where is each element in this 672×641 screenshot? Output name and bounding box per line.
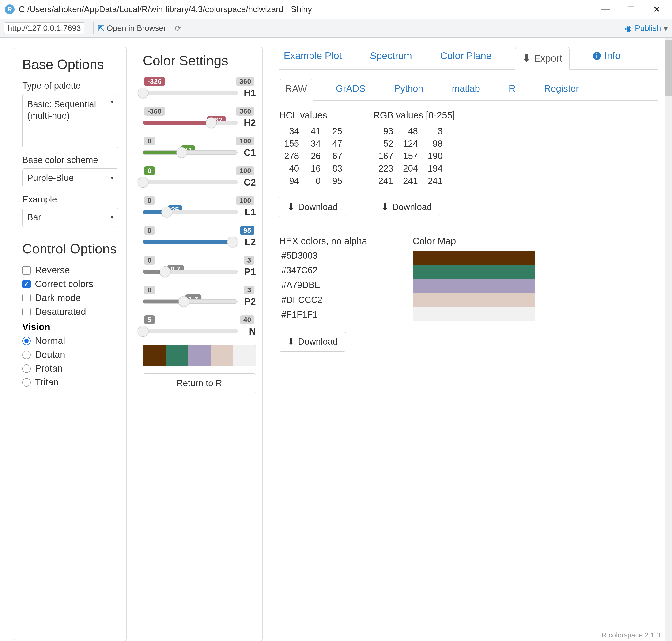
dark-mode-label: Dark mode: [35, 292, 81, 303]
vision-normal-radio[interactable]: [22, 337, 31, 345]
chevron-down-icon: ▾: [111, 214, 113, 220]
base-scheme-select[interactable]: Purple-Blue ▾: [22, 168, 118, 188]
vision-heading: Vision: [22, 322, 118, 332]
slider-thumb[interactable]: [161, 207, 172, 218]
slider-n: 540N: [143, 315, 256, 337]
download-hcl-button[interactable]: ⬇︎Download: [279, 197, 346, 217]
subtab-matlab[interactable]: matlab: [446, 79, 486, 98]
rgb-table: 934835212498167157190223204194241241241: [373, 125, 448, 188]
palette-swatch: [188, 345, 211, 366]
colormap-swatch: [413, 279, 535, 293]
subtab-raw[interactable]: RAW: [279, 79, 313, 101]
cell: 223: [374, 163, 398, 175]
browser-toolbar: http://127.0.0.1:7693 ⇱ Open in Browser …: [0, 19, 672, 38]
slider-track[interactable]: [143, 210, 238, 214]
palette-type-select[interactable]: Basic: Sequential (multi-hue) ▾: [22, 94, 118, 148]
slider-track[interactable]: [143, 329, 238, 333]
url-box[interactable]: http://127.0.0.1:7693: [4, 22, 84, 34]
vision-tritan-radio[interactable]: [22, 378, 31, 387]
slider-track[interactable]: [143, 91, 238, 95]
tab-export[interactable]: ⬇︎Export: [515, 47, 570, 70]
colormap-swatch: [413, 265, 535, 279]
download-icon: ⬇︎: [381, 202, 389, 212]
cell: 93: [374, 125, 398, 137]
cell: 40: [280, 163, 304, 175]
color-map: [413, 250, 535, 321]
cell: 67: [326, 150, 347, 162]
slider-track[interactable]: [143, 150, 238, 155]
vision-protan-radio[interactable]: [22, 364, 31, 373]
reverse-checkbox[interactable]: [22, 266, 31, 274]
slider-min: 0: [144, 286, 155, 295]
cell: 41: [304, 125, 325, 137]
slider-max: 360: [236, 107, 254, 116]
cell: 194: [423, 163, 447, 175]
palette-preview: [143, 345, 256, 366]
slider-l2: 095L2: [143, 226, 256, 247]
publish-caret-icon[interactable]: ▾: [664, 24, 668, 33]
slider-thumb[interactable]: [176, 147, 187, 158]
download-icon: ⬇︎: [287, 202, 295, 212]
slider-label: C2: [242, 177, 256, 188]
slider-label: L1: [242, 207, 256, 218]
tab-info[interactable]: iInfo: [588, 47, 625, 65]
hex-value: #DFCCC2: [281, 295, 387, 305]
subtab-register[interactable]: Register: [538, 79, 585, 98]
slider-thumb[interactable]: [160, 266, 170, 277]
publish-button[interactable]: Publish: [635, 24, 661, 32]
palette-swatch: [211, 345, 233, 366]
slider-track[interactable]: [143, 121, 238, 125]
scrollbar[interactable]: [665, 38, 672, 641]
example-select[interactable]: Bar ▾: [22, 208, 118, 227]
correct-colors-checkbox[interactable]: ✓: [22, 280, 31, 288]
slider-l1: 025100L1: [143, 196, 256, 218]
slider-thumb[interactable]: [138, 87, 149, 98]
subtab-python[interactable]: Python: [388, 79, 430, 98]
slider-track[interactable]: [143, 270, 238, 274]
slider-thumb[interactable]: [138, 177, 149, 188]
slider-track[interactable]: [143, 240, 238, 244]
hex-value: #A79DBE: [281, 280, 387, 290]
tab-color-plane[interactable]: Color Plane: [435, 47, 496, 65]
slider-thumb[interactable]: [179, 296, 189, 307]
publish-icon[interactable]: ◉: [625, 24, 632, 33]
cell: 241: [374, 175, 398, 187]
vision-deutan-radio[interactable]: [22, 351, 31, 359]
slider-track[interactable]: [143, 180, 238, 185]
hex-colors-title: HEX colors, no alpha: [279, 236, 387, 246]
slider-track[interactable]: [143, 299, 238, 304]
slider-max: 3: [244, 256, 254, 265]
titlebar: R C:/Users/ahoken/AppData/Local/R/win-li…: [0, 0, 672, 19]
cell: 3: [423, 125, 447, 137]
tab-example-plot[interactable]: Example Plot: [279, 47, 346, 65]
cell: 16: [304, 163, 325, 175]
cell: 34: [280, 125, 304, 137]
slider-p1: 00.73P1: [143, 256, 256, 277]
slider-label: P2: [242, 296, 256, 307]
close-icon[interactable]: ✕: [651, 3, 663, 15]
scrollbar-thumb[interactable]: [665, 40, 672, 96]
slider-thumb[interactable]: [206, 117, 216, 128]
return-to-r-button[interactable]: Return to R: [143, 373, 256, 393]
rgb-values-title: RGB values [0-255]: [373, 110, 455, 121]
desaturated-checkbox[interactable]: [22, 308, 31, 316]
open-in-browser-button[interactable]: Open in Browser: [107, 24, 166, 32]
cell: 167: [374, 150, 398, 162]
popout-icon[interactable]: ⇱: [98, 24, 104, 33]
refresh-icon[interactable]: ⟳: [175, 24, 181, 33]
minimize-icon[interactable]: —: [599, 3, 611, 15]
cell: 0: [304, 175, 325, 187]
color-settings-heading: Color Settings: [143, 53, 256, 69]
download-icon: ⬇︎: [522, 53, 531, 64]
maximize-icon[interactable]: ☐: [625, 3, 637, 15]
download-rgb-button[interactable]: ⬇︎Download: [373, 197, 440, 217]
tab-spectrum[interactable]: Spectrum: [365, 47, 417, 65]
download-hex-button[interactable]: ⬇︎Download: [279, 331, 346, 352]
colormap-swatch: [413, 250, 535, 265]
dark-mode-checkbox[interactable]: [22, 294, 31, 302]
slider-thumb[interactable]: [227, 236, 238, 247]
palette-type-label: Type of palette: [22, 81, 118, 91]
slider-thumb[interactable]: [138, 326, 149, 337]
subtab-grads[interactable]: GrADS: [330, 79, 372, 98]
subtab-r[interactable]: R: [503, 79, 521, 98]
